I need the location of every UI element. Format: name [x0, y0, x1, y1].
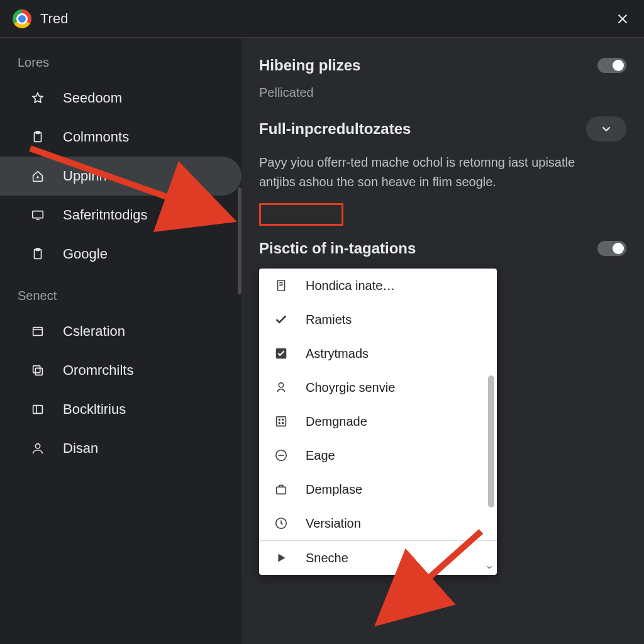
sidebar-item-uppinn[interactable]: Uppinn: [0, 157, 242, 196]
grid-icon: [273, 413, 289, 430]
dropdown-item-label: Eage: [306, 448, 335, 463]
main-area: Lores Seedoom Colmnonts Uppinn Saferitnt…: [0, 38, 644, 644]
sidebar-item-label: Saferitntodigs: [63, 207, 148, 223]
expand-button[interactable]: [586, 116, 626, 142]
dropdown-panel: Hondica inate… Ramiets Astrytmads Choyrg…: [259, 269, 497, 575]
annotation-highlight-box: [259, 203, 343, 226]
setting-row-pisctic: Pisctic of in-tagations: [259, 240, 626, 257]
sidebar-item-disan[interactable]: Disan: [0, 429, 242, 468]
chrome-logo-icon: [13, 9, 31, 28]
svg-rect-5: [33, 328, 43, 336]
setting-description: Payy yiou offerr-ted mache ochol is reto…: [259, 153, 611, 192]
clock-icon: [273, 515, 289, 531]
clipboard-icon: [30, 130, 45, 145]
sidebar-item-label: Oromrchilts: [63, 362, 133, 379]
svg-point-15: [282, 419, 284, 420]
panel-icon: [30, 402, 45, 417]
sidebar-item-label: Uppinn: [63, 168, 107, 184]
dropdown-item-demgnade[interactable]: Demgnade: [259, 404, 497, 438]
sidebar-group-label: Senect: [0, 284, 242, 312]
dropdown-item-label: Hondica inate…: [306, 279, 395, 293]
dropdown-item-astrytmads[interactable]: Astrytmads: [259, 336, 497, 370]
toggle-pisctic[interactable]: [597, 241, 626, 256]
setting-row-hibeing: Hibeing plizes: [259, 57, 626, 74]
svg-rect-2: [33, 211, 43, 218]
dropdown-item-label: Demgnade: [306, 414, 367, 429]
dropdown-item-label: Sneche: [306, 551, 348, 565]
sidebar-item-label: Csleration: [63, 323, 125, 340]
sidebar-item-saferitntodigs[interactable]: Saferitntodigs: [0, 196, 242, 235]
svg-point-14: [279, 419, 280, 420]
sidebar-item-google[interactable]: Google: [0, 235, 242, 274]
check-icon: [273, 311, 289, 328]
close-button[interactable]: [614, 10, 631, 28]
window-title: Tred: [40, 11, 68, 27]
svg-point-16: [279, 423, 280, 424]
face-icon: [273, 447, 289, 464]
close-icon: [616, 12, 630, 26]
sidebar-group-label: Lores: [0, 50, 242, 79]
dropdown-item-label: Versiation: [306, 516, 361, 531]
sidebar-item-label: Colmnonts: [63, 129, 129, 145]
sidebar-item-label: Google: [63, 246, 108, 262]
setting-title: Full-inpcredultozates: [259, 120, 411, 138]
dropdown-more-button[interactable]: [484, 562, 494, 572]
sidebar-item-label: Disan: [63, 440, 98, 457]
dropdown-item-label: Choyrgic senvie: [306, 380, 395, 395]
sidebar-item-label: Bockltirius: [63, 401, 126, 418]
dropdown-item-sneche[interactable]: Sneche: [259, 541, 497, 575]
svg-rect-6: [33, 366, 40, 373]
setting-subtitle: Pellicated: [259, 86, 626, 100]
sidebar-item-colmnonts[interactable]: Colmnonts: [0, 118, 242, 157]
checkbox-checked-icon: [273, 345, 289, 362]
dropdown-item-versiation[interactable]: Versiation: [259, 506, 497, 540]
clipboard-icon: [30, 247, 45, 262]
setting-title: Hibeing plizes: [259, 57, 360, 74]
sidebar-item-bockltirius[interactable]: Bockltirius: [0, 390, 242, 429]
dropdown-item-demplase[interactable]: Demplase: [259, 472, 497, 506]
dropdown-item-label: Demplase: [306, 482, 362, 497]
setting-row-full: Full-inpcredultozates: [259, 116, 626, 142]
dropdown-item-label: Astrytmads: [306, 347, 369, 361]
window-icon: [30, 324, 45, 339]
monitor-icon: [30, 208, 45, 223]
setting-title: Pisctic of in-tagations: [259, 240, 416, 257]
svg-rect-13: [277, 417, 286, 426]
sidebar-item-label: Seedoom: [63, 90, 122, 106]
sidebar-item-oromrchilts[interactable]: Oromrchilts: [0, 351, 242, 390]
svg-rect-8: [33, 406, 43, 414]
svg-point-17: [282, 423, 284, 424]
star-icon: [30, 91, 45, 106]
toggle-hibeing[interactable]: [597, 58, 626, 73]
dropdown-item-ramiets[interactable]: Ramiets: [259, 303, 497, 336]
svg-rect-19: [277, 487, 286, 494]
chevron-down-icon: [599, 122, 613, 136]
content-panel: Hibeing plizes Pellicated Full-inpcredul…: [242, 38, 644, 644]
svg-rect-7: [35, 368, 42, 375]
sidebar: Lores Seedoom Colmnonts Uppinn Saferitnt…: [0, 38, 242, 644]
home-star-icon: [30, 169, 45, 184]
svg-point-12: [279, 383, 283, 387]
svg-point-9: [35, 444, 40, 448]
dropdown-item-hondica[interactable]: Hondica inate…: [259, 269, 497, 303]
clipboard-icon: [273, 277, 289, 294]
dropdown-scrollbar[interactable]: [488, 375, 494, 508]
copy-icon: [30, 363, 45, 378]
svg-rect-10: [278, 280, 285, 291]
briefcase-icon: [273, 481, 289, 497]
sidebar-item-csleration[interactable]: Csleration: [0, 312, 242, 351]
play-icon: [273, 550, 289, 566]
person-icon: [30, 441, 45, 456]
titlebar: Tred: [0, 0, 644, 38]
dropdown-item-label: Ramiets: [306, 313, 352, 327]
sidebar-item-seedoom[interactable]: Seedoom: [0, 79, 242, 118]
dropdown-item-eage[interactable]: Eage: [259, 438, 497, 472]
person-pin-icon: [273, 379, 289, 396]
dropdown-item-choyrgic[interactable]: Choyrgic senvie: [259, 370, 497, 404]
